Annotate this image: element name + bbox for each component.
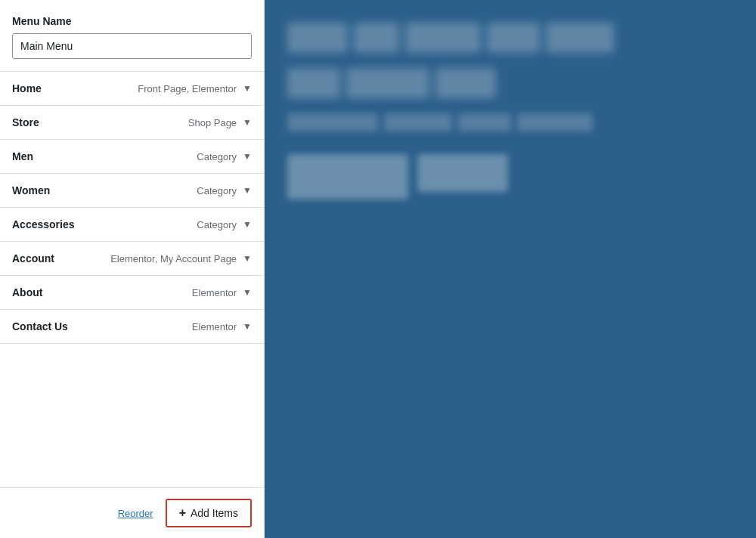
chevron-down-icon: ▼ xyxy=(243,83,252,94)
blur-row-1 xyxy=(287,23,614,53)
menu-item-type: Elementor xyxy=(73,287,237,298)
chevron-down-icon: ▼ xyxy=(243,287,252,298)
blur-word xyxy=(287,68,340,98)
blur-word xyxy=(546,23,614,53)
menu-item-name: Contact Us xyxy=(12,320,73,332)
menu-item-store[interactable]: StoreShop Page▼ xyxy=(0,106,264,140)
menu-item-name: Women xyxy=(12,184,73,196)
chevron-down-icon: ▼ xyxy=(243,117,252,128)
blur-word xyxy=(346,68,429,98)
blurred-preview xyxy=(265,0,756,538)
menu-item-type: Elementor, My Account Page xyxy=(73,253,237,264)
blur-image xyxy=(417,154,508,192)
menu-item-contact-us[interactable]: Contact UsElementor▼ xyxy=(0,310,264,344)
chevron-down-icon: ▼ xyxy=(243,219,252,230)
chevron-down-icon: ▼ xyxy=(243,185,252,196)
menu-item-type: Category xyxy=(73,151,237,162)
menu-name-input[interactable] xyxy=(12,33,252,59)
chevron-down-icon: ▼ xyxy=(243,253,252,264)
menu-panel: Menu Name HomeFront Page, Elementor▼Stor… xyxy=(0,0,265,538)
blur-word-sm xyxy=(384,113,452,131)
menu-item-accessories[interactable]: AccessoriesCategory▼ xyxy=(0,208,264,242)
menu-item-name: Account xyxy=(12,252,73,264)
menu-item-type: Shop Page xyxy=(73,117,237,128)
chevron-down-icon: ▼ xyxy=(243,321,252,332)
blur-word xyxy=(354,23,399,53)
add-items-button[interactable]: + Add Items xyxy=(166,499,252,527)
menu-item-about[interactable]: AboutElementor▼ xyxy=(0,276,264,310)
menu-item-type: Category xyxy=(73,185,237,196)
blur-word-sm xyxy=(458,113,511,131)
blur-word xyxy=(487,23,540,53)
menu-item-type: Front Page, Elementor xyxy=(73,83,237,94)
blur-word-sm xyxy=(517,113,593,131)
blur-row-2 xyxy=(287,68,496,98)
menu-item-type: Elementor xyxy=(73,321,237,332)
menu-name-section: Menu Name xyxy=(0,15,264,71)
menu-item-name: Men xyxy=(12,150,73,162)
preview-panel xyxy=(265,0,756,538)
menu-item-name: Home xyxy=(12,82,73,94)
chevron-down-icon: ▼ xyxy=(243,151,252,162)
blur-word xyxy=(287,23,348,53)
menu-items-list: HomeFront Page, Elementor▼StoreShop Page… xyxy=(0,71,264,487)
blur-word-sm xyxy=(287,113,378,131)
blur-image xyxy=(287,154,408,199)
menu-item-name: About xyxy=(12,286,73,298)
blur-word xyxy=(435,68,496,98)
menu-item-home[interactable]: HomeFront Page, Elementor▼ xyxy=(0,72,264,106)
menu-name-label: Menu Name xyxy=(12,15,252,27)
blur-image-row xyxy=(287,154,508,199)
menu-item-account[interactable]: AccountElementor, My Account Page▼ xyxy=(0,242,264,276)
menu-item-men[interactable]: MenCategory▼ xyxy=(0,140,264,174)
blur-word xyxy=(405,23,481,53)
menu-item-name: Store xyxy=(12,116,73,128)
blur-row-3 xyxy=(287,113,593,131)
add-items-label: Add Items xyxy=(191,507,238,519)
reorder-button[interactable]: Reorder xyxy=(118,508,153,519)
panel-footer: Reorder + Add Items xyxy=(0,487,264,538)
menu-item-name: Accessories xyxy=(12,218,75,230)
menu-item-women[interactable]: WomenCategory▼ xyxy=(0,174,264,208)
menu-item-type: Category xyxy=(75,219,237,230)
plus-icon: + xyxy=(179,506,186,520)
